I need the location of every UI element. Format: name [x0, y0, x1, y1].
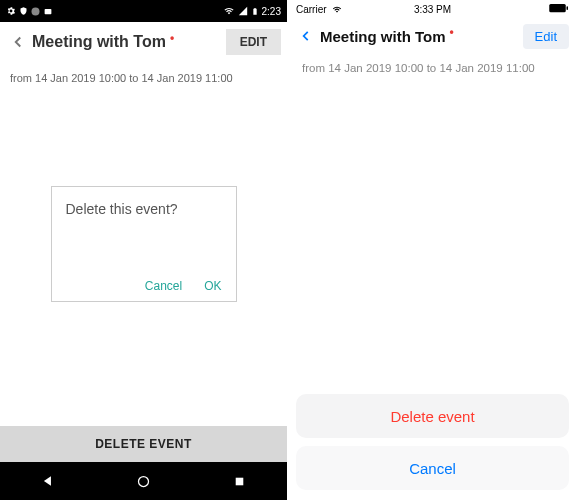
- wifi-icon: [223, 6, 235, 16]
- svg-point-0: [32, 7, 40, 15]
- svg-rect-1: [45, 8, 52, 13]
- confirm-dialog: Delete this event? Cancel OK: [51, 186, 237, 302]
- ios-status-left: Carrier: [296, 4, 343, 15]
- nav-back-button[interactable]: [41, 474, 55, 488]
- dot-icon: •: [450, 25, 454, 39]
- shield-icon: [19, 6, 28, 16]
- svg-point-2: [139, 476, 149, 486]
- ios-status-bar: Carrier 3:33 PM: [288, 0, 577, 18]
- dialog-ok-button[interactable]: OK: [204, 279, 221, 293]
- android-status-time: 2:23: [262, 6, 281, 17]
- android-status-right: 2:23: [223, 6, 281, 17]
- circle-icon: [31, 7, 40, 16]
- svg-rect-3: [236, 477, 244, 485]
- back-button[interactable]: [296, 26, 316, 46]
- square-icon: [233, 475, 246, 488]
- android-screen: 2:23 Meeting with Tom • EDIT from 14 Jan…: [0, 0, 288, 500]
- back-button[interactable]: [6, 30, 30, 54]
- android-status-bar: 2:23: [0, 0, 287, 22]
- page-title: Meeting with Tom •: [32, 33, 174, 51]
- title-text: Meeting with Tom: [32, 33, 166, 51]
- dot-icon: •: [170, 31, 174, 45]
- title-text: Meeting with Tom: [320, 28, 446, 45]
- gear-icon: [6, 6, 16, 16]
- edit-button[interactable]: Edit: [523, 24, 569, 49]
- carrier-label: Carrier: [296, 4, 327, 15]
- card-icon: [43, 7, 53, 16]
- signal-icon: [238, 6, 248, 16]
- android-nav-bar: [0, 462, 287, 500]
- battery-icon: [549, 4, 569, 13]
- nav-recent-button[interactable]: [233, 475, 246, 488]
- ios-status-time: 3:33 PM: [414, 4, 451, 15]
- dialog-cancel-button[interactable]: Cancel: [145, 279, 182, 293]
- edit-button[interactable]: EDIT: [226, 29, 281, 55]
- page-title: Meeting with Tom •: [320, 28, 454, 45]
- nav-home-button[interactable]: [136, 474, 151, 489]
- battery-icon: [251, 6, 259, 17]
- svg-rect-5: [567, 6, 569, 10]
- chevron-left-icon: [299, 27, 313, 45]
- chevron-left-icon: [9, 33, 27, 51]
- android-status-left: [6, 6, 53, 16]
- triangle-left-icon: [41, 474, 55, 488]
- dialog-message: Delete this event?: [66, 201, 222, 217]
- event-dates: from 14 Jan 2019 10:00 to 14 Jan 2019 11…: [302, 62, 563, 74]
- event-dates: from 14 Jan 2019 10:00 to 14 Jan 2019 11…: [10, 72, 277, 84]
- action-sheet: Delete event Cancel: [288, 386, 577, 500]
- circle-outline-icon: [136, 474, 151, 489]
- delete-event-button[interactable]: Delete event: [296, 394, 569, 438]
- ios-status-right: [549, 4, 569, 15]
- dialog-actions: Cancel OK: [66, 279, 222, 293]
- wifi-icon: [331, 5, 343, 14]
- ios-header: Meeting with Tom • Edit: [288, 18, 577, 54]
- android-body: from 14 Jan 2019 10:00 to 14 Jan 2019 11…: [0, 62, 287, 426]
- svg-rect-4: [549, 4, 566, 12]
- delete-event-button[interactable]: DELETE EVENT: [0, 426, 287, 462]
- android-header: Meeting with Tom • EDIT: [0, 22, 287, 62]
- cancel-button[interactable]: Cancel: [296, 446, 569, 490]
- ios-screen: Carrier 3:33 PM Meeting with Tom • Edit …: [288, 0, 577, 500]
